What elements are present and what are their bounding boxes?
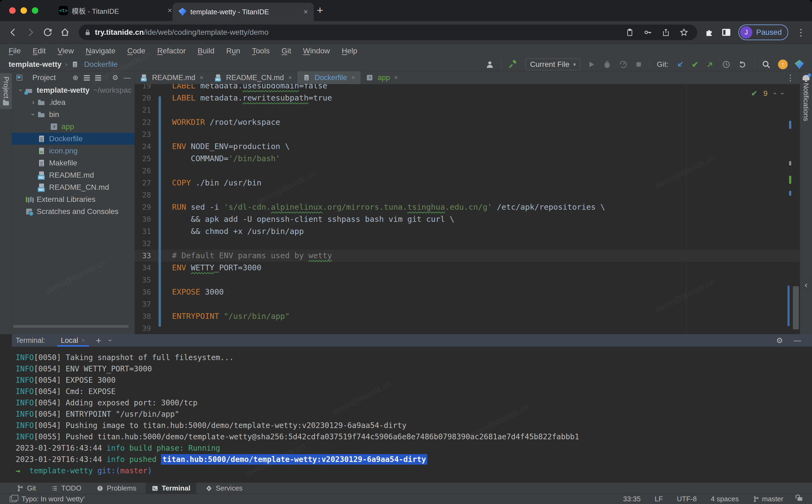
browser-tab-1[interactable]: <t> 模板 - TitanIDE × [53, 0, 178, 21]
editor-tab-readme-cn-md[interactable]: README_CN.md× [209, 71, 298, 84]
tree-item-external-libraries[interactable]: ›External Libraries [12, 193, 135, 205]
menu-git[interactable]: Git [281, 47, 291, 55]
stripe-tab-notifications[interactable]: Notifications [800, 72, 812, 121]
debug-bug-icon[interactable] [603, 60, 612, 69]
close-icon[interactable]: × [351, 74, 355, 81]
file-encoding[interactable]: UTF-8 [677, 495, 697, 503]
history-clock-icon[interactable] [722, 60, 731, 69]
terminal-settings-gear-icon[interactable]: ⚙ [776, 336, 783, 345]
inspections-widget[interactable]: ✔ 9 › › [751, 89, 784, 98]
toolwindow-todo[interactable]: TODO [45, 483, 87, 494]
close-window-button[interactable] [9, 7, 16, 14]
stripe-tab-project[interactable]: Project [0, 73, 12, 109]
git-update-icon[interactable] [676, 60, 685, 69]
stop-icon[interactable] [635, 61, 642, 68]
tree-item-readme-md[interactable]: ›README.md [12, 169, 135, 181]
chevron-icon[interactable]: › [17, 86, 25, 95]
terminal-output[interactable]: INFO[0050] Taking snapshot of full files… [12, 347, 812, 482]
build-hammer-icon[interactable] [509, 60, 518, 69]
tree-item-template-wetty[interactable]: ›template-wetty~/workspac [12, 84, 135, 96]
bookmark-star-icon[interactable] [679, 28, 689, 37]
menu-tools[interactable]: Tools [252, 47, 270, 55]
close-icon[interactable]: × [168, 6, 172, 15]
git-commit-check-icon[interactable]: ✔ [692, 60, 699, 69]
terminal-tab-local[interactable]: Local × [57, 334, 89, 347]
menu-help[interactable]: Help [342, 47, 357, 55]
password-key-icon[interactable] [643, 28, 652, 37]
menu-build[interactable]: Build [198, 47, 214, 55]
close-icon[interactable]: × [81, 337, 85, 344]
update-notification-icon[interactable]: ↑ [778, 60, 788, 69]
expand-all-icon[interactable] [84, 75, 90, 76]
menu-file[interactable]: File [9, 47, 21, 55]
line-separator[interactable]: LF [655, 495, 663, 503]
tree-item-scratches-and-consoles[interactable]: ›Scratches and Consoles [12, 205, 135, 218]
editor-tab-readme-md[interactable]: README.md× [135, 71, 209, 84]
tree-item-app[interactable]: ›app [12, 120, 135, 133]
editor-tab-dockerfile[interactable]: Dockerfile× [297, 71, 360, 84]
tree-item-bin[interactable]: ›bin [12, 108, 135, 120]
tree-item-readme-cn-md[interactable]: ›README_CN.md [12, 181, 135, 193]
editor-scrollbar-thumb[interactable] [793, 286, 799, 329]
toolwindow-git[interactable]: Git [11, 483, 42, 494]
locate-file-icon[interactable]: ⊕ [73, 74, 78, 82]
close-icon[interactable]: × [394, 74, 398, 81]
tree-item-dockerfile[interactable]: ›Dockerfile [12, 133, 135, 145]
collapse-all-icon[interactable] [95, 75, 101, 76]
tree-item--idea[interactable]: ›.idea [12, 96, 135, 108]
git-push-icon[interactable] [706, 60, 715, 69]
write-access-unlock-icon[interactable] [797, 497, 802, 501]
profile-paused-button[interactable]: J Paused [738, 25, 788, 40]
terminal-dropdown-chevron-icon[interactable]: › [106, 339, 114, 341]
tree-item-makefile[interactable]: ›Makefile [12, 157, 135, 169]
side-panel-icon[interactable] [722, 29, 730, 36]
forward-icon[interactable] [25, 27, 36, 37]
breadcrumb-project[interactable]: template-wetty [9, 60, 61, 69]
share-icon[interactable] [662, 28, 670, 37]
tree-item-icon-png[interactable]: ›icon.png [12, 145, 135, 157]
fullscreen-window-button[interactable] [32, 7, 38, 14]
home-icon[interactable] [60, 27, 70, 37]
chevron-icon[interactable]: › [29, 110, 37, 119]
browser-tab-2-active[interactable]: template-wetty - TitanIDE × [173, 3, 314, 21]
editor-tab-app[interactable]: app× [360, 71, 403, 84]
url-bar[interactable]: try.titanide.cn/ide/web/coding/template-… [79, 25, 697, 40]
terminal-minimize-icon[interactable]: — [794, 336, 801, 345]
git-branch-widget[interactable]: master [753, 495, 783, 503]
breadcrumb-file[interactable]: Dockerfile [84, 60, 118, 69]
caret-position[interactable]: 33:35 [623, 495, 641, 503]
rollback-icon[interactable] [738, 60, 747, 69]
window-stack-icon[interactable] [10, 496, 17, 502]
menu-edit[interactable]: Edit [33, 47, 46, 55]
menu-refactor[interactable]: Refactor [157, 47, 186, 55]
reading-list-icon[interactable] [625, 28, 634, 37]
profiler-icon[interactable] [619, 60, 628, 69]
indent-setting[interactable]: 4 spaces [711, 495, 739, 503]
prev-problem-icon[interactable]: › [771, 92, 778, 95]
minimize-window-button[interactable] [20, 7, 27, 14]
close-icon[interactable]: × [200, 74, 204, 81]
collapse-panel-chevron[interactable]: ‹ [801, 278, 811, 292]
menu-window[interactable]: Window [303, 47, 330, 55]
editor-code-area[interactable]: 19LABEL metadata.usesubdomain=false20LAB… [135, 84, 800, 334]
extensions-puzzle-icon[interactable] [704, 27, 714, 37]
close-icon[interactable]: × [288, 74, 292, 81]
toolwindow-terminal[interactable]: Terminal [146, 483, 196, 494]
toolwindow-services[interactable]: Services [199, 483, 249, 494]
status-message[interactable]: Typo: In word 'wetty' [22, 495, 85, 503]
reload-icon[interactable] [43, 27, 53, 37]
panel-settings-gear-icon[interactable]: ⚙ [112, 74, 118, 82]
next-problem-icon[interactable]: › [779, 92, 786, 95]
menu-code[interactable]: Code [127, 47, 145, 55]
macos-window-controls[interactable] [9, 7, 38, 14]
project-horizontal-scrollbar[interactable] [13, 325, 129, 328]
close-icon[interactable]: × [304, 8, 308, 16]
search-icon[interactable] [761, 60, 771, 69]
run-icon[interactable] [587, 60, 596, 68]
toolwindow-problems[interactable]: Problems [91, 483, 142, 494]
editor-error-stripe[interactable] [787, 97, 800, 334]
menu-run[interactable]: Run [226, 47, 240, 55]
run-configuration-select[interactable]: Current File ▾ [525, 58, 580, 70]
editor-tab-options-icon[interactable]: ⋮ [786, 71, 800, 84]
user-icon[interactable] [485, 60, 494, 69]
